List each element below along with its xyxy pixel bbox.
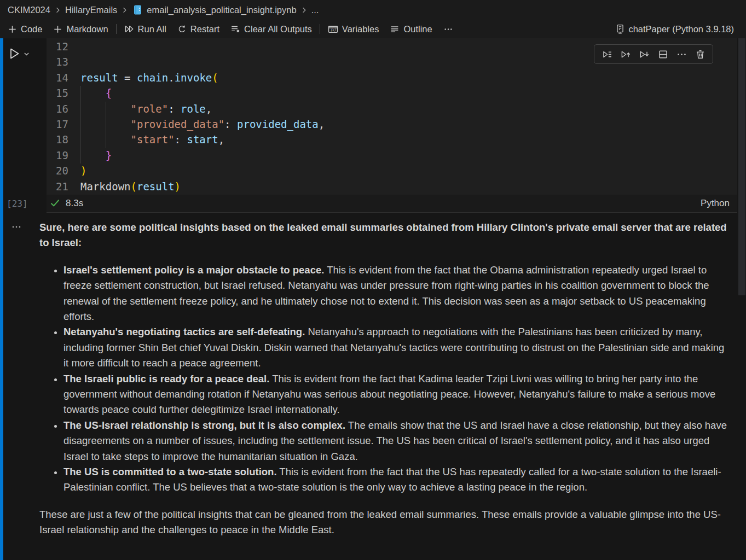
chevron-right-icon: [300, 6, 308, 14]
add-markdown-label: Markdown: [66, 24, 108, 34]
output-more-actions-button[interactable]: [10, 221, 39, 233]
markdown-output: Sure, here are some political insights b…: [39, 218, 730, 538]
indent-guide: [80, 86, 81, 164]
execution-duration: 8.3s: [66, 198, 83, 209]
execute-below-button[interactable]: [637, 48, 652, 61]
breadcrumb: CKIM2024 HillaryEmails email_analysis_po…: [0, 0, 746, 20]
more-actions-icon: [443, 25, 453, 34]
vertical-scrollbar[interactable]: [738, 38, 746, 560]
code-line[interactable]: 20): [47, 163, 737, 178]
line-number: 21: [47, 179, 68, 194]
code-cell: [23] 121314result = chain.invoke(15 {16 …: [0, 38, 746, 213]
scrollbar-slider[interactable]: [738, 38, 745, 295]
success-check-icon: [50, 198, 60, 208]
cell-output: Sure, here are some political insights b…: [0, 218, 746, 538]
outline-label: Outline: [403, 24, 432, 34]
code-line[interactable]: 15 {: [47, 85, 737, 101]
kernel-icon: [616, 24, 624, 34]
output-bullet-list: Israel's settlement policy is a major ob…: [39, 262, 730, 495]
clear-all-outputs-label: Clear All Outputs: [244, 24, 312, 34]
code-editor[interactable]: 121314result = chain.invoke(15 {16 "role…: [47, 38, 737, 195]
outline-button[interactable]: Outline: [384, 21, 437, 37]
output-gutter: [0, 218, 39, 538]
code-line[interactable]: 17 "provided_data": provided_data,: [47, 116, 737, 132]
line-number: 13: [47, 54, 68, 69]
breadcrumb-overflow[interactable]: ...: [311, 5, 319, 15]
toolbar-separator: [116, 24, 117, 34]
cell-language-picker[interactable]: Python: [701, 198, 730, 209]
code-line[interactable]: 19 }: [47, 148, 737, 163]
toolbar-separator: [320, 24, 320, 34]
split-cell-button[interactable]: [655, 48, 670, 61]
breadcrumb-item-project[interactable]: CKIM2024: [8, 5, 50, 15]
indent-guide: [106, 102, 106, 148]
line-number: 16: [47, 101, 68, 116]
restart-label: Restart: [190, 24, 219, 34]
execution-count: [23]: [7, 199, 28, 209]
svg-text:(x): (x): [331, 28, 336, 32]
clear-all-outputs-button[interactable]: Clear All Outputs: [225, 21, 317, 37]
breadcrumb-item-file[interactable]: email_analysis_political_insight.ipynb: [147, 5, 296, 15]
line-number: 12: [47, 39, 68, 54]
play-icon: [8, 47, 21, 60]
code-line[interactable]: 16 "role": role,: [47, 101, 737, 116]
restart-button[interactable]: Restart: [172, 21, 225, 37]
restart-icon: [177, 25, 187, 34]
code-line[interactable]: 14result = chain.invoke(: [47, 70, 737, 85]
cell-main: 121314result = chain.invoke(15 {16 "role…: [47, 38, 737, 213]
add-code-label: Code: [21, 24, 42, 34]
output-bullet-item: The US is committed to a two-state solut…: [63, 464, 730, 495]
output-bullet-item: The US-Israel relationship is strong, bu…: [63, 418, 730, 464]
outline-icon: [390, 25, 400, 34]
run-all-label: Run All: [138, 24, 166, 34]
breadcrumb-item-folder[interactable]: HillaryEmails: [65, 5, 117, 15]
output-outro: These are just a few of the political in…: [39, 507, 730, 538]
toolbar-more-button[interactable]: [438, 21, 459, 37]
line-number: 18: [47, 132, 68, 147]
execute-above-button[interactable]: [618, 48, 633, 61]
variables-button[interactable]: (x) Variables: [322, 21, 385, 37]
cell-gutter: [23]: [0, 38, 47, 213]
add-icon: [8, 25, 17, 34]
clear-outputs-icon: [230, 24, 240, 34]
code-line[interactable]: 18 "start": start,: [47, 132, 737, 147]
add-code-cell-button[interactable]: Code: [2, 21, 48, 37]
line-number: 19: [47, 148, 68, 163]
execute-cell-and-below-button[interactable]: [599, 48, 615, 61]
kernel-picker-button[interactable]: chatPaper (Python 3.9.18): [610, 21, 739, 37]
notebook-toolbar: Code Markdown Run All Restart: [0, 20, 746, 38]
cell-status-bar: 8.3s Python: [47, 195, 737, 213]
run-all-button[interactable]: Run All: [119, 21, 172, 37]
notebook-body: [23] 121314result = chain.invoke(15 {16 …: [0, 38, 746, 560]
kernel-label: chatPaper (Python 3.9.18): [628, 24, 734, 34]
cell-toolbar: [594, 44, 713, 64]
chevron-right-icon: [120, 6, 129, 14]
line-number: 14: [47, 70, 68, 85]
line-number: 15: [47, 85, 68, 101]
line-number: 17: [47, 116, 68, 132]
variables-icon: (x): [328, 25, 338, 34]
output-intro: Sure, here are some political insights b…: [39, 220, 730, 251]
cell-more-actions-button[interactable]: [674, 48, 689, 61]
line-number: 20: [47, 163, 68, 178]
output-bullet-item: Netanyahu's negotiating tactics are self…: [63, 324, 730, 371]
chevron-down-icon: [23, 50, 30, 57]
run-all-icon: [124, 24, 134, 34]
output-bullet-item: Israel's settlement policy is a major ob…: [63, 262, 730, 325]
run-cell-button[interactable]: [8, 47, 47, 60]
code-line[interactable]: 21Markdown(result): [47, 179, 737, 194]
chevron-right-icon: [54, 6, 62, 14]
delete-cell-button[interactable]: [692, 48, 708, 61]
notebook-file-icon: [133, 4, 142, 15]
add-icon: [53, 25, 62, 34]
output-bullet-item: The Israeli public is ready for a peace …: [63, 371, 730, 418]
add-markdown-cell-button[interactable]: Markdown: [48, 21, 113, 37]
variables-label: Variables: [342, 24, 379, 34]
